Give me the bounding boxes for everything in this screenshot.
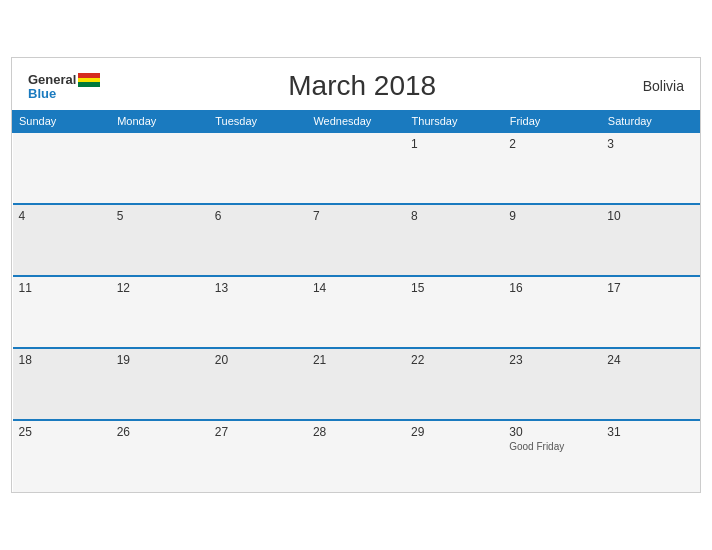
day-number: 28 — [313, 425, 399, 439]
header-friday: Friday — [503, 111, 601, 133]
calendar: General Blue March 2018 Bolivia Sunday M… — [11, 57, 701, 493]
holiday-label: Good Friday — [509, 441, 595, 452]
calendar-day-cell: 7 — [307, 204, 405, 276]
day-number: 1 — [411, 137, 497, 151]
day-number: 26 — [117, 425, 203, 439]
calendar-day-cell: 31 — [601, 420, 699, 492]
day-number: 8 — [411, 209, 497, 223]
weekday-header-row: Sunday Monday Tuesday Wednesday Thursday… — [13, 111, 700, 133]
calendar-day-cell: 2 — [503, 132, 601, 204]
calendar-week-row: 18192021222324 — [13, 348, 700, 420]
header-tuesday: Tuesday — [209, 111, 307, 133]
calendar-day-cell: 15 — [405, 276, 503, 348]
calendar-day-cell: 21 — [307, 348, 405, 420]
header-wednesday: Wednesday — [307, 111, 405, 133]
day-number: 5 — [117, 209, 203, 223]
day-number: 9 — [509, 209, 595, 223]
calendar-header: General Blue March 2018 Bolivia — [12, 58, 700, 110]
logo-blue-text: Blue — [28, 87, 100, 100]
calendar-grid: Sunday Monday Tuesday Wednesday Thursday… — [12, 110, 700, 492]
calendar-day-cell: 6 — [209, 204, 307, 276]
day-number: 6 — [215, 209, 301, 223]
calendar-day-cell: 9 — [503, 204, 601, 276]
header-monday: Monday — [111, 111, 209, 133]
calendar-day-cell: 22 — [405, 348, 503, 420]
calendar-week-row: 11121314151617 — [13, 276, 700, 348]
svg-rect-0 — [78, 73, 100, 78]
calendar-day-cell: 11 — [13, 276, 111, 348]
day-number: 16 — [509, 281, 595, 295]
calendar-day-cell: 30Good Friday — [503, 420, 601, 492]
day-number: 29 — [411, 425, 497, 439]
calendar-day-cell: 12 — [111, 276, 209, 348]
day-number: 17 — [607, 281, 693, 295]
day-number: 27 — [215, 425, 301, 439]
calendar-day-cell: 14 — [307, 276, 405, 348]
day-number: 7 — [313, 209, 399, 223]
calendar-day-cell: 28 — [307, 420, 405, 492]
calendar-week-row: 45678910 — [13, 204, 700, 276]
day-number: 2 — [509, 137, 595, 151]
month-title: March 2018 — [100, 70, 624, 102]
calendar-day-cell — [209, 132, 307, 204]
day-number: 11 — [19, 281, 105, 295]
logo-flag-icon — [78, 73, 100, 87]
calendar-day-cell: 13 — [209, 276, 307, 348]
day-number: 30 — [509, 425, 595, 439]
day-number: 14 — [313, 281, 399, 295]
day-number: 15 — [411, 281, 497, 295]
calendar-week-row: 252627282930Good Friday31 — [13, 420, 700, 492]
calendar-day-cell: 4 — [13, 204, 111, 276]
calendar-day-cell: 29 — [405, 420, 503, 492]
day-number: 31 — [607, 425, 693, 439]
day-number: 10 — [607, 209, 693, 223]
calendar-day-cell: 10 — [601, 204, 699, 276]
day-number: 18 — [19, 353, 105, 367]
svg-rect-1 — [78, 78, 100, 82]
country-name: Bolivia — [624, 78, 684, 94]
calendar-day-cell: 1 — [405, 132, 503, 204]
day-number: 23 — [509, 353, 595, 367]
day-number: 20 — [215, 353, 301, 367]
calendar-day-cell: 16 — [503, 276, 601, 348]
day-number: 25 — [19, 425, 105, 439]
calendar-day-cell — [111, 132, 209, 204]
day-number: 21 — [313, 353, 399, 367]
header-thursday: Thursday — [405, 111, 503, 133]
day-number: 4 — [19, 209, 105, 223]
day-number: 12 — [117, 281, 203, 295]
calendar-day-cell: 18 — [13, 348, 111, 420]
logo-general-text: General — [28, 73, 76, 86]
calendar-day-cell: 20 — [209, 348, 307, 420]
calendar-day-cell: 5 — [111, 204, 209, 276]
header-saturday: Saturday — [601, 111, 699, 133]
calendar-day-cell: 23 — [503, 348, 601, 420]
day-number: 19 — [117, 353, 203, 367]
day-number: 22 — [411, 353, 497, 367]
logo: General Blue — [28, 73, 100, 100]
calendar-day-cell: 17 — [601, 276, 699, 348]
day-number: 24 — [607, 353, 693, 367]
calendar-day-cell: 26 — [111, 420, 209, 492]
calendar-day-cell: 24 — [601, 348, 699, 420]
calendar-day-cell — [307, 132, 405, 204]
calendar-day-cell: 19 — [111, 348, 209, 420]
calendar-day-cell: 25 — [13, 420, 111, 492]
calendar-day-cell: 8 — [405, 204, 503, 276]
calendar-day-cell — [13, 132, 111, 204]
day-number: 13 — [215, 281, 301, 295]
calendar-day-cell: 3 — [601, 132, 699, 204]
calendar-day-cell: 27 — [209, 420, 307, 492]
header-sunday: Sunday — [13, 111, 111, 133]
calendar-week-row: 123 — [13, 132, 700, 204]
day-number: 3 — [607, 137, 693, 151]
